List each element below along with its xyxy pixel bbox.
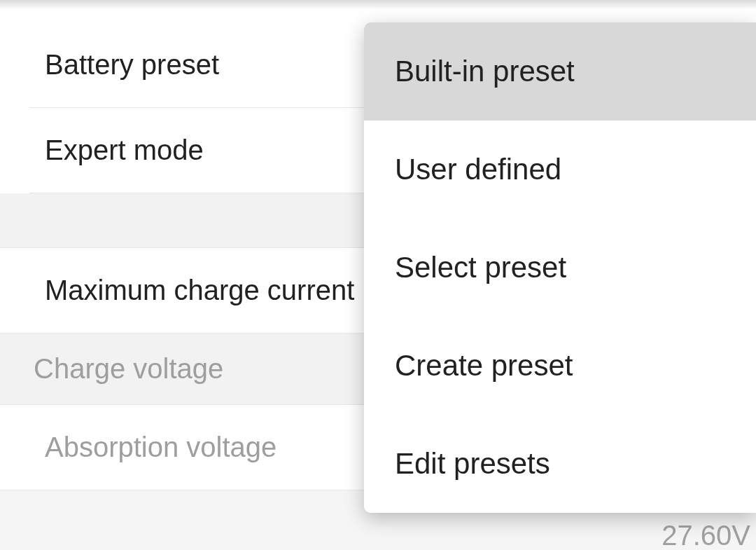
popup-item-user-defined[interactable]: User defined (364, 121, 756, 219)
preset-popup-menu: Built-in preset User defined Select pres… (364, 22, 756, 513)
popup-item-label: Create preset (395, 349, 573, 382)
popup-item-select-preset[interactable]: Select preset (364, 219, 756, 317)
popup-item-label: Select preset (395, 251, 566, 284)
partial-value: 27.60V (662, 520, 750, 550)
header-shadow (0, 0, 756, 10)
charge-voltage-header-label: Charge voltage (34, 353, 223, 385)
popup-item-edit-presets[interactable]: Edit presets (364, 415, 756, 513)
popup-item-label: Edit presets (395, 447, 550, 480)
popup-item-label: User defined (395, 153, 561, 186)
popup-item-label: Built-in preset (395, 55, 575, 88)
popup-item-built-in-preset[interactable]: Built-in preset (364, 22, 756, 121)
popup-item-create-preset[interactable]: Create preset (364, 317, 756, 415)
